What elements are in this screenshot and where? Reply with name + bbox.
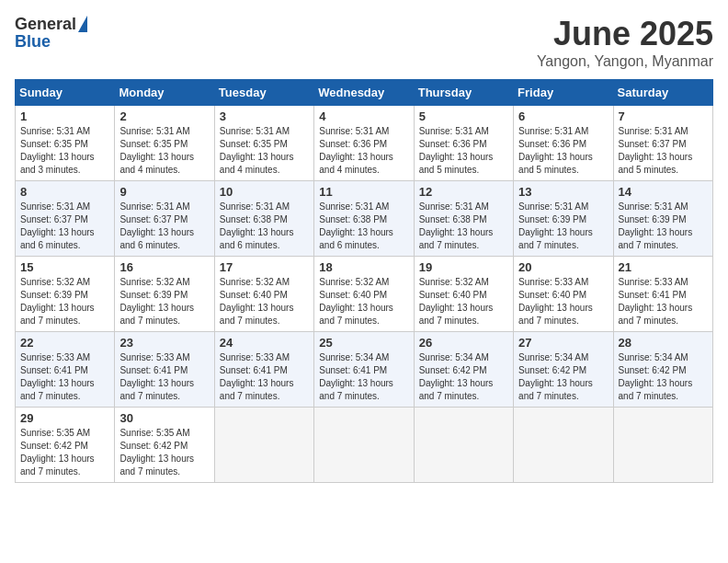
calendar-table: Sunday Monday Tuesday Wednesday Thursday…	[15, 79, 713, 483]
table-row: 21 Sunrise: 5:33 AM Sunset: 6:41 PM Dayl…	[613, 257, 712, 332]
day-info: Sunrise: 5:31 AM Sunset: 6:37 PM Dayligh…	[119, 201, 209, 252]
day-info: Sunrise: 5:32 AM Sunset: 6:40 PM Dayligh…	[319, 276, 408, 327]
table-row: 1 Sunrise: 5:31 AM Sunset: 6:35 PM Dayli…	[16, 106, 115, 181]
header-wednesday: Wednesday	[314, 80, 414, 106]
day-number: 28	[619, 336, 708, 350]
table-row: 28 Sunrise: 5:34 AM Sunset: 6:42 PM Dayl…	[613, 332, 712, 408]
location-title: Yangon, Yangon, Myanmar	[537, 53, 713, 70]
day-info: Sunrise: 5:31 AM Sunset: 6:39 PM Dayligh…	[619, 201, 708, 252]
day-number: 21	[619, 260, 708, 274]
day-number: 22	[20, 336, 109, 350]
day-info: Sunrise: 5:32 AM Sunset: 6:39 PM Dayligh…	[119, 276, 209, 327]
table-row	[613, 408, 712, 483]
day-number: 24	[220, 336, 309, 350]
header-friday: Friday	[514, 80, 613, 106]
table-row: 23 Sunrise: 5:33 AM Sunset: 6:41 PM Dayl…	[115, 332, 214, 408]
header-saturday: Saturday	[613, 80, 712, 106]
day-info: Sunrise: 5:31 AM Sunset: 6:38 PM Dayligh…	[419, 201, 508, 252]
day-info: Sunrise: 5:33 AM Sunset: 6:41 PM Dayligh…	[119, 351, 209, 403]
table-row: 10 Sunrise: 5:31 AM Sunset: 6:38 PM Dayl…	[214, 181, 313, 257]
day-info: Sunrise: 5:33 AM Sunset: 6:41 PM Dayligh…	[220, 351, 309, 403]
table-row: 20 Sunrise: 5:33 AM Sunset: 6:40 PM Dayl…	[514, 257, 613, 332]
day-info: Sunrise: 5:31 AM Sunset: 6:35 PM Dayligh…	[220, 125, 309, 177]
day-number: 16	[119, 260, 209, 274]
day-info: Sunrise: 5:31 AM Sunset: 6:35 PM Dayligh…	[20, 125, 109, 177]
table-row: 3 Sunrise: 5:31 AM Sunset: 6:35 PM Dayli…	[214, 106, 313, 181]
calendar-week-row: 15 Sunrise: 5:32 AM Sunset: 6:39 PM Dayl…	[16, 257, 713, 332]
day-info: Sunrise: 5:34 AM Sunset: 6:42 PM Dayligh…	[619, 351, 708, 403]
table-row: 8 Sunrise: 5:31 AM Sunset: 6:37 PM Dayli…	[16, 181, 115, 257]
day-info: Sunrise: 5:35 AM Sunset: 6:42 PM Dayligh…	[20, 427, 109, 478]
table-row: 9 Sunrise: 5:31 AM Sunset: 6:37 PM Dayli…	[115, 181, 214, 257]
day-number: 7	[619, 109, 708, 123]
table-row: 15 Sunrise: 5:32 AM Sunset: 6:39 PM Dayl…	[16, 257, 115, 332]
table-row	[514, 408, 613, 483]
day-number: 8	[20, 185, 109, 199]
day-number: 18	[319, 260, 408, 274]
table-row: 18 Sunrise: 5:32 AM Sunset: 6:40 PM Dayl…	[314, 257, 414, 332]
table-row: 24 Sunrise: 5:33 AM Sunset: 6:41 PM Dayl…	[214, 332, 313, 408]
day-number: 10	[220, 185, 309, 199]
header-tuesday: Tuesday	[214, 80, 313, 106]
day-number: 13	[518, 185, 608, 199]
calendar-week-row: 1 Sunrise: 5:31 AM Sunset: 6:35 PM Dayli…	[16, 106, 713, 181]
day-number: 27	[518, 336, 608, 350]
day-number: 5	[419, 109, 508, 123]
day-info: Sunrise: 5:32 AM Sunset: 6:40 PM Dayligh…	[419, 276, 508, 327]
logo-blue-text: Blue	[15, 32, 51, 52]
day-number: 11	[319, 185, 408, 199]
day-info: Sunrise: 5:31 AM Sunset: 6:36 PM Dayligh…	[518, 125, 608, 177]
day-number: 25	[319, 336, 408, 350]
day-number: 2	[119, 109, 209, 123]
day-info: Sunrise: 5:31 AM Sunset: 6:36 PM Dayligh…	[319, 125, 408, 177]
header-sunday: Sunday	[16, 80, 115, 106]
table-row: 26 Sunrise: 5:34 AM Sunset: 6:42 PM Dayl…	[414, 332, 513, 408]
header-monday: Monday	[115, 80, 214, 106]
table-row: 17 Sunrise: 5:32 AM Sunset: 6:40 PM Dayl…	[214, 257, 313, 332]
day-info: Sunrise: 5:31 AM Sunset: 6:37 PM Dayligh…	[619, 125, 708, 177]
table-row: 4 Sunrise: 5:31 AM Sunset: 6:36 PM Dayli…	[314, 106, 414, 181]
day-number: 19	[419, 260, 508, 274]
day-number: 12	[419, 185, 508, 199]
table-row: 30 Sunrise: 5:35 AM Sunset: 6:42 PM Dayl…	[115, 408, 214, 483]
table-row: 14 Sunrise: 5:31 AM Sunset: 6:39 PM Dayl…	[613, 181, 712, 257]
day-info: Sunrise: 5:31 AM Sunset: 6:37 PM Dayligh…	[20, 201, 109, 252]
day-number: 26	[419, 336, 508, 350]
day-info: Sunrise: 5:33 AM Sunset: 6:41 PM Dayligh…	[20, 351, 109, 403]
table-row: 6 Sunrise: 5:31 AM Sunset: 6:36 PM Dayli…	[514, 106, 613, 181]
table-row: 27 Sunrise: 5:34 AM Sunset: 6:42 PM Dayl…	[514, 332, 613, 408]
day-number: 9	[119, 185, 209, 199]
page-header: General Blue June 2025 Yangon, Yangon, M…	[15, 15, 713, 70]
table-row	[214, 408, 313, 483]
day-info: Sunrise: 5:31 AM Sunset: 6:39 PM Dayligh…	[518, 201, 608, 252]
table-row: 11 Sunrise: 5:31 AM Sunset: 6:38 PM Dayl…	[314, 181, 414, 257]
table-row	[414, 408, 513, 483]
logo: General Blue	[15, 15, 87, 52]
table-row: 19 Sunrise: 5:32 AM Sunset: 6:40 PM Dayl…	[414, 257, 513, 332]
day-info: Sunrise: 5:33 AM Sunset: 6:40 PM Dayligh…	[518, 276, 608, 327]
day-info: Sunrise: 5:31 AM Sunset: 6:35 PM Dayligh…	[119, 125, 209, 177]
day-number: 23	[119, 336, 209, 350]
table-row: 12 Sunrise: 5:31 AM Sunset: 6:38 PM Dayl…	[414, 181, 513, 257]
day-info: Sunrise: 5:33 AM Sunset: 6:41 PM Dayligh…	[619, 276, 708, 327]
day-number: 17	[220, 260, 309, 274]
day-number: 14	[619, 185, 708, 199]
header-thursday: Thursday	[414, 80, 513, 106]
day-number: 29	[20, 411, 109, 425]
table-row: 7 Sunrise: 5:31 AM Sunset: 6:37 PM Dayli…	[613, 106, 712, 181]
table-row: 16 Sunrise: 5:32 AM Sunset: 6:39 PM Dayl…	[115, 257, 214, 332]
title-block: June 2025 Yangon, Yangon, Myanmar	[537, 15, 713, 70]
table-row	[314, 408, 414, 483]
day-number: 3	[220, 109, 309, 123]
logo-general-text: General	[15, 15, 76, 34]
day-number: 4	[319, 109, 408, 123]
day-info: Sunrise: 5:34 AM Sunset: 6:41 PM Dayligh…	[319, 351, 408, 403]
table-row: 29 Sunrise: 5:35 AM Sunset: 6:42 PM Dayl…	[16, 408, 115, 483]
calendar-week-row: 8 Sunrise: 5:31 AM Sunset: 6:37 PM Dayli…	[16, 181, 713, 257]
day-info: Sunrise: 5:34 AM Sunset: 6:42 PM Dayligh…	[419, 351, 508, 403]
logo-triangle-icon	[78, 16, 87, 32]
day-number: 20	[518, 260, 608, 274]
day-number: 6	[518, 109, 608, 123]
day-info: Sunrise: 5:34 AM Sunset: 6:42 PM Dayligh…	[518, 351, 608, 403]
calendar-week-row: 29 Sunrise: 5:35 AM Sunset: 6:42 PM Dayl…	[16, 408, 713, 483]
